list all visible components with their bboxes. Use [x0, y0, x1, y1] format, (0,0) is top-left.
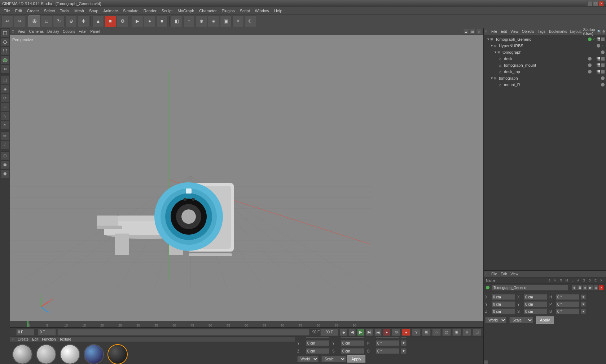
coord-row3-btn[interactable]: ▼: [401, 348, 407, 354]
coord-y-field[interactable]: [306, 340, 329, 346]
menu-sculpt[interactable]: Sculpt: [159, 8, 175, 14]
anim-play-button[interactable]: ▶: [132, 15, 143, 27]
coord-z2-field[interactable]: [341, 348, 364, 354]
vp-menu-panel[interactable]: Panel: [89, 29, 101, 34]
object-tool-button[interactable]: □: [41, 15, 52, 27]
attr-x-size[interactable]: [524, 294, 547, 300]
tree-expand-1[interactable]: ▼: [490, 44, 494, 48]
menu-create[interactable]: Create: [25, 8, 41, 14]
tc-record[interactable]: ●: [383, 329, 390, 336]
attr-b-rot[interactable]: [556, 308, 579, 314]
tc-go-start[interactable]: ⏮: [340, 329, 347, 336]
left-knife-tool[interactable]: /: [1, 141, 9, 149]
menu-file[interactable]: File: [1, 8, 12, 14]
menu-select[interactable]: Select: [42, 8, 57, 14]
attr-world-dropdown[interactable]: World Object: [485, 317, 506, 323]
menu-simulate[interactable]: Simulate: [121, 8, 141, 14]
attr-y-size[interactable]: [524, 301, 547, 307]
tree-dot-t1[interactable]: [601, 50, 605, 54]
tree-dot-t2[interactable]: [601, 76, 605, 80]
left-select-rect[interactable]: ▢: [1, 76, 9, 84]
object-name-field[interactable]: [492, 285, 568, 290]
spline-button[interactable]: ☾: [245, 15, 256, 27]
rotate-tool-button[interactable]: ↻: [53, 15, 65, 27]
tree-dot-mountr[interactable]: [601, 83, 605, 86]
left-select-loop[interactable]: ⟳: [1, 94, 9, 102]
attr-menu-file[interactable]: File: [490, 272, 499, 276]
anim-stop-button[interactable]: ■: [156, 15, 168, 27]
settings-icon[interactable]: ⚙: [602, 29, 605, 34]
deform-button[interactable]: ⊕: [196, 15, 207, 27]
redo-button[interactable]: ↪: [14, 15, 25, 27]
obj-color-dot[interactable]: [486, 286, 489, 289]
render-region-button[interactable]: ■: [105, 15, 116, 27]
render-settings-button[interactable]: ⚙: [117, 15, 128, 27]
obj-menu-bookmarks[interactable]: Bookmarks: [548, 29, 568, 34]
vp-layout-button[interactable]: ⊞: [470, 29, 475, 35]
left-mode-polygons[interactable]: [1, 56, 9, 65]
tree-expand-0[interactable]: ▼: [487, 37, 490, 41]
tree-item-tomograph-2[interactable]: ▼ ⊞ tomograph: [484, 75, 606, 81]
obj-menu-objects[interactable]: Objects: [521, 29, 536, 34]
material-tomograph[interactable]: tomograph: [35, 343, 57, 364]
material-button[interactable]: ◈: [208, 15, 219, 27]
coord-x-field[interactable]: [306, 337, 329, 338]
search-icon[interactable]: 🔍: [597, 29, 601, 34]
tree-dot-hn[interactable]: [597, 44, 600, 48]
tree-item-tomograph-1[interactable]: ▼ ⊞ tomograph: [484, 49, 606, 56]
tc-play[interactable]: ▶: [357, 329, 364, 336]
left-mode-uvw[interactable]: UV: [1, 65, 9, 74]
tc-extra-1[interactable]: ⊕: [392, 329, 400, 336]
attr-row1-arrow[interactable]: ▼: [581, 294, 586, 299]
vp-close-button[interactable]: ×: [476, 29, 482, 35]
attr-menu-edit[interactable]: Edit: [499, 272, 508, 276]
left-pen-tool[interactable]: ✏: [1, 132, 9, 140]
tree-item-mount-r[interactable]: △ mount_R: [484, 81, 606, 88]
undo-button[interactable]: ↩: [1, 15, 13, 27]
coord-h-field[interactable]: [376, 337, 399, 338]
vp-menu-view[interactable]: View: [16, 29, 27, 34]
material-mount-r[interactable]: mount_R: [107, 343, 128, 364]
tree-item-tomograph-mount[interactable]: △ tomograph_mount: [484, 62, 606, 68]
tc-extra-9[interactable]: ⊡: [473, 329, 481, 336]
attr-scale-dropdown[interactable]: Scale Position: [509, 317, 533, 323]
tc-extra-8[interactable]: ⊛: [462, 329, 471, 336]
tc-next-frame[interactable]: ▶|: [366, 329, 373, 336]
left-brush-btn[interactable]: ⬢: [1, 160, 9, 169]
coord-row1-btn[interactable]: ▼: [401, 337, 407, 338]
tc-extra-7[interactable]: ◉: [452, 329, 461, 336]
left-mode-edges[interactable]: [1, 47, 9, 56]
attr-row3-arrow[interactable]: ▼: [581, 309, 586, 314]
left-rotate[interactable]: ↻: [1, 121, 9, 129]
menu-animate[interactable]: Animate: [101, 8, 120, 14]
coord-system-dropdown[interactable]: World Object: [297, 356, 319, 362]
minimize-button[interactable]: _: [587, 1, 592, 6]
attr-menu-view[interactable]: View: [509, 272, 520, 276]
close-button[interactable]: ✕: [599, 1, 604, 6]
vp-menu-filter[interactable]: Filter: [77, 29, 88, 34]
anim-record-button[interactable]: ●: [144, 15, 155, 27]
tc-extra-2[interactable]: ●: [402, 329, 410, 336]
tc-extra-3[interactable]: ?: [412, 329, 421, 336]
attr-icon-4[interactable]: ▶: [588, 285, 593, 290]
viewport-area[interactable]: Perspective X Y Z: [10, 35, 483, 321]
tree-dot-desk[interactable]: [588, 57, 592, 61]
attr-h-rot[interactable]: [556, 294, 579, 300]
mat-menu-texture[interactable]: Texture: [58, 337, 73, 342]
mat-menu-edit[interactable]: Edit: [31, 337, 40, 342]
mat-menu-create[interactable]: Create: [16, 337, 30, 342]
material-display[interactable]: display: [59, 343, 81, 364]
coord-x2-field[interactable]: [341, 337, 364, 338]
current-frame-field[interactable]: [38, 329, 56, 336]
tree-dot-mount[interactable]: [588, 63, 592, 67]
vp-menu-options[interactable]: Options: [61, 29, 76, 34]
attr-z-size[interactable]: [524, 308, 547, 314]
vp-maximize-button[interactable]: ▲: [463, 29, 469, 35]
attr-p-rot[interactable]: [556, 301, 579, 307]
attr-row2-arrow[interactable]: ▼: [581, 302, 586, 307]
left-paint-btn[interactable]: ⬣: [1, 169, 9, 178]
left-mode-points[interactable]: [1, 38, 9, 46]
attr-x-pos[interactable]: [492, 294, 515, 300]
transform-tool-button[interactable]: ✚: [78, 15, 89, 27]
tc-extra-6[interactable]: ◎: [442, 329, 451, 336]
